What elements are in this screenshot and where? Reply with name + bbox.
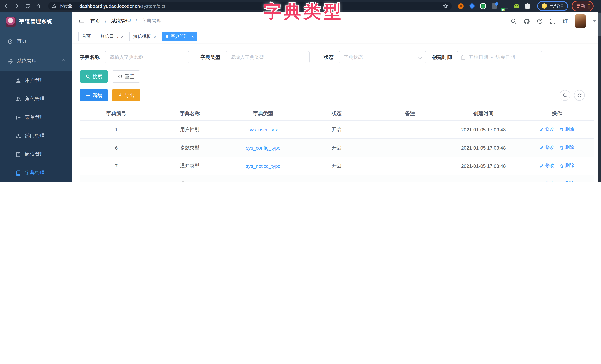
dict-type-input[interactable] <box>226 51 310 63</box>
close-icon[interactable]: × <box>191 34 194 39</box>
tab-短信模板[interactable]: 短信模板× <box>130 32 160 41</box>
filter-form: 字典名称 字典类型 状态 字典状态 创建时间 开始日期 - <box>80 51 594 63</box>
dict-type-link[interactable]: sys_notice_type <box>246 163 280 169</box>
sidebar-menu: 首页系统管理用户管理角色管理菜单管理部门管理岗位管理字典管理通知公告审计日志在线… <box>0 31 72 182</box>
table-row: 6参数类型sys_config_type开启2021-01-05 17:03:4… <box>80 139 594 157</box>
sidebar-item-label: 用户管理 <box>25 77 45 84</box>
delete-link[interactable]: 删除 <box>560 163 574 169</box>
close-icon[interactable]: × <box>154 34 156 39</box>
sidebar-item-label: 岗位管理 <box>25 151 45 158</box>
update-label: 更新 <box>576 3 585 9</box>
reload-icon[interactable] <box>23 1 32 11</box>
cell-status: 开启 <box>300 139 373 157</box>
sidebar-item-岗位管理[interactable]: 岗位管理 <box>0 145 72 164</box>
cell-created: 2021-01-05 17:03:48 <box>447 157 520 175</box>
column-header-字典编号: 字典编号 <box>80 107 153 121</box>
sidebar-item-系统管理[interactable]: 系统管理 <box>0 51 72 71</box>
badge-icon <box>16 152 21 157</box>
create-time-label: 创建时间 <box>432 54 452 61</box>
edit-link[interactable]: 修改 <box>540 163 554 169</box>
breadcrumb-home[interactable]: 首页 <box>90 18 100 24</box>
delete-link[interactable]: 删除 <box>560 145 574 151</box>
extension-icon-green-circle[interactable] <box>480 3 486 9</box>
cell-status: 开启 <box>300 157 373 175</box>
search-button[interactable]: 搜索 <box>80 70 108 82</box>
cell-name: 用户性别 <box>153 121 227 139</box>
cell-type: sys_notice_type <box>226 157 300 175</box>
user-icon <box>16 78 21 83</box>
extension-icon-gem[interactable] <box>469 3 475 9</box>
font-size-icon[interactable]: tT <box>563 18 568 24</box>
extension-icon-robot[interactable] <box>513 3 520 9</box>
not-secure-warning-icon <box>52 3 57 8</box>
tab-字典管理[interactable]: 字典管理× <box>162 32 198 41</box>
sidebar-item-菜单管理[interactable]: 菜单管理 <box>0 108 72 127</box>
paused-extension-chip[interactable]: 已暂停 <box>537 1 568 11</box>
add-button[interactable]: 新增 <box>80 89 108 101</box>
cell-remark <box>373 139 447 157</box>
trash-icon <box>560 145 564 150</box>
help-icon[interactable] <box>537 18 543 24</box>
dict-type-link[interactable]: sys_notice_status <box>244 181 282 182</box>
extension-icon-slate[interactable] <box>491 3 497 9</box>
dict-type-label: 字典类型 <box>200 54 220 61</box>
cell-status: 开启 <box>300 121 373 139</box>
export-button[interactable]: 导出 <box>112 89 140 101</box>
app-title: 芋道管理系统 <box>19 18 53 25</box>
cell-name: 通知类型 <box>153 157 227 175</box>
bookmark-star-icon[interactable] <box>442 3 448 9</box>
cell-status: 开启 <box>300 175 373 182</box>
sidebar-item-角色管理[interactable]: 角色管理 <box>0 90 72 108</box>
tab-label: 短信模板 <box>133 33 151 40</box>
sidebar-item-首页[interactable]: 首页 <box>0 31 72 51</box>
forward-icon[interactable] <box>12 1 21 11</box>
extension-icon-list[interactable]: on <box>502 3 508 9</box>
close-icon[interactable]: × <box>121 34 123 39</box>
date-range-picker[interactable]: 开始日期 - 结束日期 <box>457 51 542 63</box>
edit-link[interactable]: 修改 <box>540 126 554 133</box>
sidebar-item-部门管理[interactable]: 部门管理 <box>0 127 72 145</box>
date-separator: - <box>491 54 493 60</box>
breadcrumb-system[interactable]: 系统管理 <box>111 18 131 24</box>
home-icon[interactable] <box>33 1 43 11</box>
cell-remark <box>373 121 447 139</box>
window-scrollbar[interactable] <box>598 12 601 182</box>
edit-link[interactable]: 修改 <box>540 181 554 182</box>
dict-page: 字典名称 字典类型 状态 字典状态 创建时间 开始日期 - <box>72 43 601 182</box>
tab-短信日志[interactable]: 短信日志× <box>97 32 127 41</box>
breadcrumb: 首页 / 系统管理 / 字典管理 <box>90 17 162 24</box>
search-icon[interactable] <box>511 18 517 24</box>
delete-link[interactable]: 删除 <box>560 126 574 133</box>
sidebar-item-label: 字典管理 <box>25 170 45 176</box>
edit-link[interactable]: 修改 <box>540 145 554 151</box>
fullscreen-icon[interactable] <box>550 18 556 24</box>
github-icon[interactable] <box>524 18 530 24</box>
collapse-menu-icon[interactable] <box>78 18 84 24</box>
reset-button[interactable]: 重置 <box>112 70 140 82</box>
user-avatar[interactable] <box>575 14 586 28</box>
extension-icon-puzzle[interactable] <box>524 3 531 9</box>
sidebar-item-字典管理[interactable]: 字典管理 <box>0 164 72 182</box>
cell-id: 8 <box>80 175 153 182</box>
dict-type-link[interactable]: sys_config_type <box>246 145 280 151</box>
delete-link[interactable]: 删除 <box>560 181 574 182</box>
dict-type-link[interactable]: sys_user_sex <box>249 127 278 132</box>
chrome-update-button[interactable]: 更新 <box>572 0 594 11</box>
table-refresh-button[interactable] <box>574 90 585 101</box>
breadcrumb-current: 字典管理 <box>142 18 162 24</box>
table-search-toggle-button[interactable] <box>560 90 570 101</box>
table-row: 8通知状态sys_notice_status开启2021-01-05 17:03… <box>80 175 594 182</box>
extension-icon-orange[interactable] <box>458 3 464 9</box>
back-icon[interactable] <box>1 1 11 11</box>
address-bar[interactable]: 不安全 dashboard.yudao.iocoder.cn/system/di… <box>48 2 452 10</box>
user-menu-caret-icon[interactable] <box>593 20 596 22</box>
cell-created: 2021-01-05 17:03:48 <box>447 121 520 139</box>
status-select[interactable]: 字典状态 <box>339 51 426 63</box>
security-label: 不安全 <box>59 3 72 9</box>
sidebar-item-用户管理[interactable]: 用户管理 <box>0 71 72 90</box>
tab-首页[interactable]: 首页 <box>78 32 94 41</box>
app-logo <box>6 17 16 27</box>
dict-name-input[interactable] <box>105 51 189 63</box>
cell-type: sys_notice_status <box>226 175 300 182</box>
browser-menu-kebab-icon[interactable] <box>588 3 590 8</box>
